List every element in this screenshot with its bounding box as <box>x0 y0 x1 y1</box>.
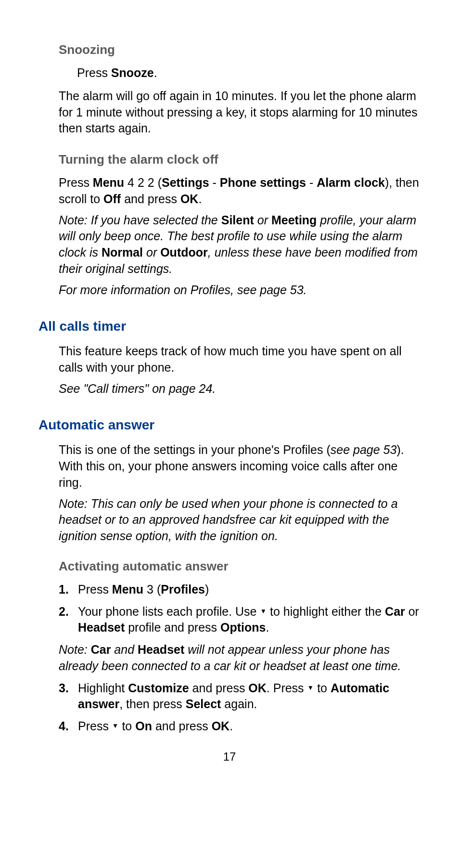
manual-page: Snoozing Press Snooze. The alarm will go… <box>0 0 459 868</box>
text: Note: <box>59 643 91 656</box>
text: Highlight <box>78 681 128 695</box>
text: - <box>209 176 220 189</box>
settings-label: Settings <box>162 176 209 189</box>
text: Press <box>78 719 112 733</box>
section-turn-off: Turning the alarm clock off Press Menu 4… <box>38 151 421 298</box>
text: 4 2 2 ( <box>124 176 162 189</box>
meeting-label: Meeting <box>271 213 317 227</box>
text: ) <box>205 583 209 596</box>
text: . <box>266 621 269 634</box>
text: or <box>143 246 160 259</box>
auto-note: Note: This can only be used when your ph… <box>59 496 421 544</box>
step-2: Your phone lists each profile. Use ▼ to … <box>59 604 421 636</box>
activating-steps-cont: Highlight Customize and press OK. Press … <box>59 680 421 735</box>
phone-settings-label: Phone settings <box>220 176 306 189</box>
text: . <box>154 66 157 79</box>
section-allcalls: This feature keeps track of how much tim… <box>38 343 421 397</box>
headset-label: Headset <box>78 621 125 634</box>
on-label: On <box>135 719 152 733</box>
text: or <box>254 213 271 227</box>
text: Your phone lists each profile. Use <box>78 605 260 618</box>
snoozing-title: Snoozing <box>59 41 421 58</box>
profiles-label: Profiles <box>161 583 205 596</box>
text: , then press <box>119 697 186 711</box>
select-label: Select <box>186 697 221 711</box>
text: . <box>230 719 233 733</box>
text: to highlight either the <box>267 605 385 618</box>
turnoff-more: For more information on Profiles, see pa… <box>59 282 421 298</box>
text: . <box>198 192 202 206</box>
text: Note: If you have selected the <box>59 213 221 227</box>
down-arrow-icon: ▼ <box>307 684 314 693</box>
text: Press <box>59 176 93 189</box>
turnoff-note: Note: If you have selected the Silent or… <box>59 212 421 277</box>
text: to <box>314 681 331 695</box>
ok-label: OK <box>212 719 230 733</box>
auto-body: This is one of the settings in your phon… <box>59 442 421 491</box>
text: profile and press <box>125 621 220 634</box>
alarm-clock-label: Alarm clock <box>317 176 385 189</box>
text: Press <box>77 66 111 79</box>
menu-label: Menu <box>112 583 143 596</box>
ok-label: OK <box>248 681 267 695</box>
text: to <box>118 719 135 733</box>
text: This is one of the settings in your phon… <box>59 443 331 456</box>
snooze-label: Snooze <box>111 66 154 79</box>
text: . Press <box>267 681 307 695</box>
down-arrow-icon: ▼ <box>112 722 119 731</box>
activating-title: Activating automatic answer <box>59 558 421 575</box>
activating-steps: Press Menu 3 (Profiles) Your phone lists… <box>59 582 421 636</box>
text: 3 ( <box>143 583 161 596</box>
page-number: 17 <box>38 749 421 764</box>
options-label: Options <box>220 621 266 634</box>
text: or <box>405 605 419 618</box>
menu-label: Menu <box>93 176 124 189</box>
step-3: Highlight Customize and press OK. Press … <box>59 680 421 713</box>
see-page-ref: see page 53 <box>331 443 397 456</box>
mid-note: Note: Car and Headset will not appear un… <box>59 642 421 674</box>
text: - <box>306 176 317 189</box>
section-auto: This is one of the settings in your phon… <box>38 442 421 735</box>
text: Press <box>78 583 112 596</box>
text: and press <box>152 719 212 733</box>
step-4: Press ▼ to On and press OK. <box>59 718 421 735</box>
off-label: Off <box>103 192 121 206</box>
normal-label: Normal <box>102 246 143 259</box>
customize-label: Customize <box>128 681 189 695</box>
snoozing-press: Press Snooze. <box>59 65 421 81</box>
text: and press <box>121 192 180 206</box>
text: and <box>111 643 138 656</box>
car-label: Car <box>385 605 405 618</box>
outdoor-label: Outdoor <box>160 246 208 259</box>
text: and press <box>189 681 249 695</box>
step-1: Press Menu 3 (Profiles) <box>59 582 421 598</box>
down-arrow-icon: ▼ <box>260 607 267 616</box>
allcalls-body: This feature keeps track of how much tim… <box>59 343 421 376</box>
text: again. <box>221 697 257 711</box>
section-snoozing: Snoozing Press Snooze. The alarm will go… <box>38 41 421 137</box>
allcalls-title: All calls timer <box>38 317 421 336</box>
snoozing-body: The alarm will go off again in 10 minute… <box>59 88 421 137</box>
ok-label: OK <box>180 192 199 206</box>
silent-label: Silent <box>221 213 254 227</box>
allcalls-see: See "Call timers" on page 24. <box>59 381 421 397</box>
turnoff-title: Turning the alarm clock off <box>59 151 421 168</box>
auto-title: Automatic answer <box>38 416 421 434</box>
headset-label: Headset <box>138 643 184 656</box>
car-label: Car <box>91 643 111 656</box>
turnoff-instruction: Press Menu 4 2 2 (Settings - Phone setti… <box>59 175 421 207</box>
